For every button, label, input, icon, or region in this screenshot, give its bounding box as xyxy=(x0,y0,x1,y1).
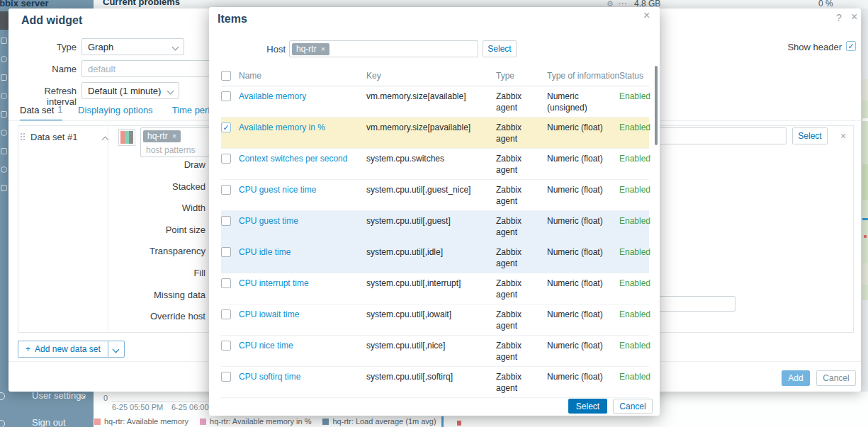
remove-tag-icon[interactable]: × xyxy=(321,44,325,55)
type-select[interactable]: Graph xyxy=(81,38,184,55)
item-checkbox[interactable] xyxy=(221,185,231,195)
item-row: CPU guest nice time system.cpu.util[,gue… xyxy=(221,180,649,211)
item-row: CPU interrupt time system.cpu.util[,inte… xyxy=(221,273,649,304)
item-select-button[interactable]: Select xyxy=(792,127,828,144)
item-info: Numeric (float) xyxy=(547,278,619,304)
cpu-stat-value: 0 % xyxy=(818,0,833,8)
tab-data-set[interactable]: Data set1 xyxy=(20,105,62,121)
add-button[interactable]: Add xyxy=(782,370,810,386)
host-multiselect[interactable]: hq-rtr× xyxy=(289,40,478,57)
form-label-width: Width xyxy=(99,203,205,213)
item-status: Enabled xyxy=(619,246,655,273)
item-name-link[interactable]: Context switches per second xyxy=(239,154,347,164)
column-header[interactable]: Key xyxy=(366,71,496,86)
legend-color-icon xyxy=(94,419,101,425)
item-name-link[interactable]: CPU softirq time xyxy=(239,372,300,382)
item-name-link[interactable]: CPU guest nice time xyxy=(239,185,316,195)
data-set-extra-input[interactable] xyxy=(655,296,735,312)
add-new-data-set-button[interactable]: +Add new data set xyxy=(18,341,125,358)
sidebar-menu-icon[interactable] xyxy=(1,93,7,99)
item-checkbox[interactable] xyxy=(221,123,231,132)
item-checkbox[interactable] xyxy=(221,247,231,257)
item-status: Enabled xyxy=(619,91,655,117)
data-set-title: Data set #1 xyxy=(30,132,78,142)
item-key: system.cpu.util[,interrupt] xyxy=(366,278,496,304)
column-header[interactable]: Name xyxy=(239,71,366,86)
sidebar-menu-icon[interactable] xyxy=(1,166,7,173)
item-key: vm.memory.size[pavailable] xyxy=(366,122,496,148)
item-checkbox[interactable] xyxy=(221,154,231,164)
footer-cancel-button[interactable]: Cancel xyxy=(613,399,653,414)
item-name-link[interactable]: CPU guest time xyxy=(239,216,298,226)
show-header-checkbox[interactable] xyxy=(846,41,856,51)
sidebar-menu-icon[interactable] xyxy=(1,111,7,118)
form-label-fill: Fill xyxy=(99,268,205,278)
help-icon[interactable]: ? xyxy=(836,12,842,23)
footer-select-button[interactable]: Select xyxy=(568,399,607,414)
item-key: system.cpu.switches xyxy=(366,153,496,179)
close-icon[interactable]: × xyxy=(851,11,857,23)
item-row: CPU guest time system.cpu.util[,guest] Z… xyxy=(221,211,649,242)
sidebar-item-sign-out[interactable]: Sign out xyxy=(32,417,66,427)
item-checkbox[interactable] xyxy=(221,309,231,319)
item-checkbox[interactable] xyxy=(221,216,231,226)
item-name-link[interactable]: CPU iowait time xyxy=(239,309,299,319)
item-checkbox[interactable] xyxy=(221,372,231,382)
item-status: Enabled xyxy=(619,340,655,366)
column-header[interactable]: Type of information xyxy=(547,71,619,86)
item-type: Zabbix agent xyxy=(496,122,547,148)
items-table-header: Name Key Type Type of information Status xyxy=(221,68,649,86)
sidebar-menu-icon[interactable] xyxy=(1,185,7,191)
item-checkbox[interactable] xyxy=(221,341,231,351)
tab-displaying-options[interactable]: Displaying options xyxy=(78,105,157,121)
sidebar-menu-icon[interactable] xyxy=(1,38,7,44)
sidebar-menu-icon[interactable] xyxy=(1,74,7,81)
host-tag-chip: hq-rtr× xyxy=(143,130,181,142)
item-key: vm.memory.size[available] xyxy=(366,91,496,117)
item-name-link[interactable]: CPU idle time xyxy=(239,247,291,257)
remove-tag-icon[interactable]: × xyxy=(172,131,176,142)
item-name-link[interactable]: CPU nice time xyxy=(239,341,293,351)
close-icon[interactable]: × xyxy=(643,9,650,22)
item-key: system.cpu.util[,guest] xyxy=(366,215,496,241)
data-set-color-swatch[interactable] xyxy=(118,129,135,146)
column-header[interactable]: Status xyxy=(619,71,649,86)
items-table-scrollbar[interactable] xyxy=(655,66,658,145)
sidebar-menu-icon[interactable] xyxy=(1,148,7,154)
cancel-button[interactable]: Cancel xyxy=(816,370,856,386)
sidebar-menu-icon[interactable] xyxy=(1,56,7,62)
show-header-label: Show header xyxy=(787,42,842,52)
dialog-title: Add widget xyxy=(21,14,82,27)
item-type: Zabbix agent xyxy=(496,153,547,179)
remove-data-set-icon[interactable]: × xyxy=(840,130,846,142)
item-type: Zabbix agent xyxy=(496,215,547,241)
plus-icon: + xyxy=(26,344,30,354)
add-data-set-dropdown[interactable] xyxy=(108,341,125,358)
item-status: Enabled xyxy=(619,153,655,179)
item-name-link[interactable]: CPU interrupt time xyxy=(239,278,309,288)
item-type: Zabbix agent xyxy=(496,340,547,366)
form-label-point-size: Point size xyxy=(99,224,205,235)
item-name-link[interactable]: Available memory in % xyxy=(239,123,325,132)
name-label: Name xyxy=(13,64,77,74)
host-tag-chip: hq-rtr× xyxy=(292,43,329,55)
refresh-interval-select[interactable]: Default (1 minute) xyxy=(81,82,179,99)
item-row: Available memory vm.memory.size[availabl… xyxy=(221,86,649,118)
item-info: Numeric (float) xyxy=(547,153,619,179)
sidebar-active-item-marker[interactable] xyxy=(0,11,9,30)
legend-item: hq-rtr: Available memory in % xyxy=(200,417,311,426)
item-name-link[interactable]: Available memory xyxy=(239,91,306,101)
item-status: Enabled xyxy=(619,278,655,304)
item-key: system.cpu.util[,nice] xyxy=(366,340,496,366)
item-info: Numeric (float) xyxy=(547,309,619,335)
host-select-button[interactable]: Select xyxy=(483,40,517,57)
item-row: CPU nice time system.cpu.util[,nice] Zab… xyxy=(221,336,649,367)
server-name-label: Zabbix server xyxy=(0,0,49,8)
select-all-checkbox[interactable] xyxy=(221,71,231,81)
sidebar-menu-icon[interactable] xyxy=(1,130,7,136)
item-checkbox[interactable] xyxy=(221,278,231,288)
drag-handle-icon[interactable] xyxy=(21,133,22,135)
item-checkbox[interactable] xyxy=(221,91,231,101)
column-header[interactable]: Type xyxy=(496,71,547,86)
sidebar-item-user-settings[interactable]: User settings xyxy=(32,390,86,401)
